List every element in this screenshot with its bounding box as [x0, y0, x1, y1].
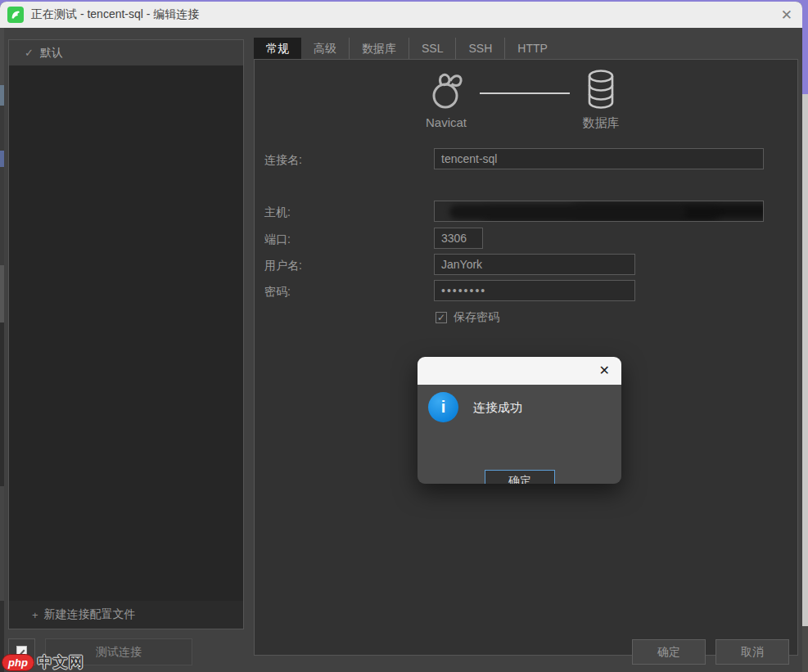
window-close-icon[interactable]: ✕ [781, 8, 792, 22]
password-input[interactable] [434, 280, 635, 301]
check-icon: ✓ [25, 47, 34, 59]
tab-databases[interactable]: 数据库 [349, 38, 409, 60]
save-password-row: ✓ 保存密码 [436, 310, 499, 325]
navicat-mysql-app-icon [7, 7, 24, 23]
password-label: 密码: [264, 285, 291, 300]
username-input[interactable] [434, 254, 635, 275]
desktop-background-strip [801, 0, 808, 672]
port-input[interactable] [434, 228, 483, 249]
port-label: 端口: [264, 232, 291, 247]
new-profile-label: 新建连接配置文件 [44, 607, 136, 622]
popup-titlebar: ✕ [418, 357, 621, 385]
navicat-logo-icon [425, 70, 467, 115]
new-profile-button[interactable]: + 新建连接配置文件 [9, 601, 243, 629]
popup-close-icon[interactable]: ✕ [599, 364, 610, 377]
tab-ssh[interactable]: SSH [455, 38, 504, 60]
tab-bar: 常规 高级 数据库 SSL SSH HTTP [254, 38, 560, 60]
username-label: 用户名: [264, 259, 302, 273]
dolphin-icon [10, 9, 21, 20]
cancel-button[interactable]: 取消 [715, 639, 789, 665]
window-title: 正在测试 - tencent-sql - 编辑连接 [31, 7, 199, 22]
edit-connection-window: 正在测试 - tencent-sql - 编辑连接 ✕ ✓ 默认 + 新建连接配… [0, 2, 802, 672]
php-badge: php [2, 654, 34, 671]
tab-ssl[interactable]: SSL [409, 38, 455, 60]
connection-name-input[interactable] [434, 148, 764, 169]
connection-name-label: 连接名: [264, 153, 302, 168]
checkbox-check-icon: ✓ [437, 313, 445, 322]
ok-button[interactable]: 确定 [632, 639, 706, 665]
background-window-sliver [0, 28, 4, 672]
dialog-body: ✓ 默认 + 新建连接配置文件 常规 高级 数据库 SSL SSH HTTP [0, 28, 802, 672]
watermark-text: 中文网 [38, 652, 84, 672]
tab-http[interactable]: HTTP [504, 38, 560, 60]
connection-success-dialog: ✕ i 连接成功 确定 [418, 357, 621, 484]
popup-body: i 连接成功 确定 [418, 385, 621, 484]
window-titlebar: 正在测试 - tencent-sql - 编辑连接 ✕ [0, 2, 802, 28]
censored-host-value [449, 205, 687, 219]
tab-general[interactable]: 常规 [254, 38, 301, 60]
plus-icon: + [32, 609, 38, 621]
tab-advanced[interactable]: 高级 [301, 38, 349, 60]
php-cn-watermark: php 中文网 [2, 652, 84, 672]
save-password-label: 保存密码 [454, 310, 499, 325]
database-label: 数据库 [560, 115, 642, 131]
popup-message: 连接成功 [473, 400, 522, 416]
host-input[interactable] [434, 201, 764, 222]
profile-sidebar: ✓ 默认 + 新建连接配置文件 [8, 39, 244, 629]
navicat-label: Navicat [405, 115, 487, 129]
info-icon-glyph: i [441, 398, 446, 417]
sidebar-item-default-profile[interactable]: ✓ 默认 [9, 40, 243, 65]
host-label: 主机: [264, 205, 291, 220]
connection-line [480, 92, 570, 94]
popup-ok-button[interactable]: 确定 [485, 470, 555, 484]
database-icon [585, 69, 616, 113]
profile-label: 默认 [40, 46, 63, 61]
save-password-checkbox[interactable]: ✓ [436, 312, 447, 323]
info-icon: i [428, 392, 458, 422]
